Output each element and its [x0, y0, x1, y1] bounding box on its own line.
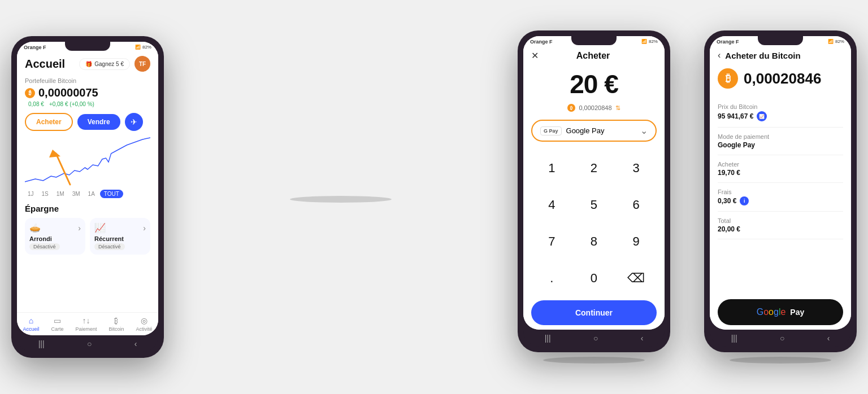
- wallet-label: Portefeuille Bitcoin: [25, 77, 150, 84]
- frais-label: Frais: [718, 189, 843, 195]
- key-6[interactable]: 6: [615, 187, 657, 223]
- page-title-3: Acheter du Bitcoin: [725, 51, 800, 60]
- payment-method-display: G Pay Google Pay: [540, 126, 604, 135]
- phone-2: Orange F 16:31 📶 82% ✕ Acheter 20 € ₿: [518, 30, 670, 352]
- numpad: 1 2 3 4 5 6 7 8 9 . 0 ⌫: [531, 151, 657, 296]
- filter-1j[interactable]: 1J: [25, 190, 37, 198]
- prix-label: Prix du Bitcoin: [718, 103, 843, 110]
- phone-3-screen: Orange F 16:31 📶 82% ‹ Acheter du Bitcoi…: [710, 36, 851, 330]
- p3-btc-display: ₿ 0,00020846: [718, 68, 843, 89]
- nav-paiement[interactable]: ↑↓ Paiement: [75, 316, 97, 332]
- android-home-2: ○: [593, 334, 598, 343]
- p1-header: Accueil 🎁 Gagnez 5 € TF: [25, 56, 150, 72]
- nav-paiement-label: Paiement: [75, 326, 97, 332]
- recurrent-label: Récurrent: [94, 235, 146, 242]
- swap-icon[interactable]: ⇅: [615, 104, 620, 112]
- epargne-card-arrondi[interactable]: 🥧 › Arrondi Désactivé: [25, 218, 85, 255]
- android-back: ‹: [134, 339, 137, 348]
- paiement-label: Mode de paiement: [718, 133, 843, 140]
- carrier-1: Orange F: [24, 45, 46, 50]
- gpay-pay-button[interactable]: Google Pay: [718, 299, 843, 325]
- detail-row-total: Total 20,00 €: [718, 212, 843, 239]
- key-2[interactable]: 2: [574, 151, 615, 186]
- payment-selector[interactable]: G Pay Google Pay ⌄: [531, 120, 657, 142]
- vendre-button[interactable]: Vendre: [77, 114, 120, 130]
- gift-label: Gagnez 5 €: [94, 61, 124, 67]
- key-1[interactable]: 1: [531, 151, 572, 186]
- avatar[interactable]: TF: [134, 56, 150, 72]
- phone-nav-bar-2: ||| ○ ‹: [523, 330, 665, 347]
- android-back-3: ‹: [827, 334, 830, 343]
- phone-1: Orange F 16:30 📶 82% Accueil 🎁 Gag: [11, 36, 164, 358]
- nav-bitcoin[interactable]: ₿ Bitcoin: [108, 316, 124, 332]
- android-home-3: ○: [780, 334, 784, 343]
- gift-button[interactable]: 🎁 Gagnez 5 €: [79, 58, 130, 70]
- filter-1a[interactable]: 1A: [85, 190, 98, 198]
- detail-row-acheter: Acheter 19,70 €: [718, 155, 843, 183]
- epargne-card-recurrent[interactable]: 📈 › Récurrent Désactivé: [90, 218, 150, 255]
- nav-bitcoin-label: Bitcoin: [108, 326, 124, 332]
- p2-header: ✕ Acheter: [531, 50, 657, 61]
- total-label: Total: [718, 217, 843, 224]
- btc-icon-p2: ₿: [567, 104, 575, 112]
- p3-main-content: ‹ Acheter du Bitcoin ₿ 0,00020846 Prix d…: [710, 46, 851, 330]
- phone-3-wrapper: Orange F 16:31 📶 82% ‹ Acheter du Bitcoi…: [704, 30, 857, 364]
- p1-header-actions: 🎁 Gagnez 5 € TF: [79, 56, 150, 72]
- recurrent-chevron: ›: [143, 224, 146, 233]
- action-buttons: Acheter Vendre ✈: [25, 113, 150, 131]
- key-8[interactable]: 8: [574, 224, 615, 260]
- info-icon[interactable]: i: [740, 196, 749, 205]
- android-home: ○: [87, 339, 92, 348]
- btc-value: 0,00000075: [38, 86, 98, 99]
- time-filters: 1J 1S 1M 3M 1A TOUT: [25, 190, 150, 198]
- filter-tout[interactable]: TOUT: [100, 190, 123, 198]
- paiement-value: Google Pay: [718, 141, 843, 149]
- phone-2-shadow: [543, 357, 645, 364]
- gift-icon: 🎁: [85, 61, 92, 67]
- key-4[interactable]: 4: [531, 187, 572, 223]
- btc-icon-small: ₿: [25, 88, 35, 98]
- key-dot[interactable]: .: [531, 260, 572, 296]
- home-icon: ⌂: [29, 316, 33, 325]
- carrier-2: Orange F: [530, 39, 553, 45]
- android-back-2: ‹: [641, 334, 644, 343]
- detail-row-frais: Frais 0,30 € i: [718, 183, 843, 212]
- gpay-pay-label: Pay: [790, 308, 804, 317]
- phone-nav-bar-3: ||| ○ ‹: [710, 330, 851, 347]
- bottom-nav-1: ⌂ Accueil ▭ Carte ↑↓ Paiement ₿ Bitcoin: [17, 312, 158, 335]
- arrow-annotation: [45, 145, 79, 192]
- nav-carte[interactable]: ▭ Carte: [51, 316, 63, 332]
- back-button[interactable]: ‹: [718, 50, 721, 60]
- key-3[interactable]: 3: [615, 151, 657, 186]
- acheter-label: Acheter: [718, 161, 843, 168]
- frais-value: 0,30 € i: [718, 196, 843, 205]
- payment-dropdown-icon: ⌄: [640, 125, 648, 136]
- acheter-button[interactable]: Acheter: [25, 113, 73, 131]
- nav-activite[interactable]: ◎ Activité: [136, 316, 152, 332]
- gpay-g-letter: Google: [757, 307, 786, 317]
- key-9[interactable]: 9: [615, 224, 657, 260]
- arrondi-chevron: ›: [78, 224, 81, 233]
- telegram-button[interactable]: ✈: [125, 113, 143, 131]
- key-backspace[interactable]: ⌫: [615, 260, 657, 296]
- recurrent-status: Désactivé: [94, 243, 125, 250]
- phone-3-shadow: [730, 357, 831, 364]
- arrow-svg: [45, 145, 79, 190]
- p3-btc-amount-value: 0,00020846: [744, 70, 821, 87]
- close-button[interactable]: ✕: [531, 50, 539, 61]
- android-recent-3: |||: [731, 334, 737, 343]
- nav-accueil[interactable]: ⌂ Accueil: [23, 316, 39, 332]
- continue-button[interactable]: Continuer: [531, 300, 657, 325]
- p2-main-content: ✕ Acheter 20 € ₿ 0,00020848 ⇅ G Pay Goog…: [523, 46, 665, 330]
- detail-row-prix: Prix du Bitcoin 95 941,67 € 📈: [718, 98, 843, 128]
- key-0[interactable]: 0: [574, 260, 615, 296]
- phone-3: Orange F 16:31 📶 82% ‹ Acheter du Bitcoi…: [704, 30, 857, 352]
- graph-icon: 📈: [757, 111, 767, 121]
- arrondi-icon: 🥧: [29, 222, 41, 233]
- battery-2: 📶 82%: [641, 39, 658, 44]
- battery-3: 📶 82%: [828, 39, 844, 44]
- key-7[interactable]: 7: [531, 224, 572, 260]
- key-5[interactable]: 5: [574, 187, 615, 223]
- btc-icon-large: ₿: [718, 68, 738, 89]
- p1-screen-inner: Accueil 🎁 Gagnez 5 € TF Portefeuille Bit…: [17, 51, 158, 335]
